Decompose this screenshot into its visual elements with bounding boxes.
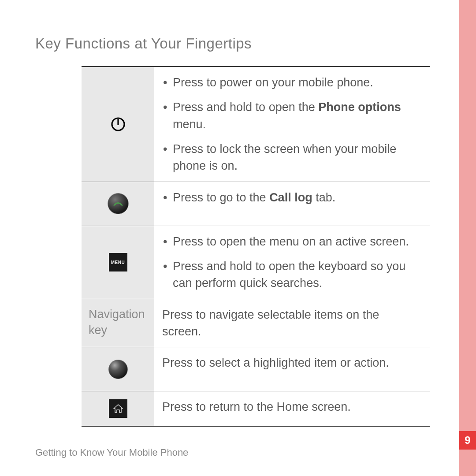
desc-text: Press to select a highlighted item or ac… — [162, 356, 389, 369]
power-key-description: Press to power on your mobile phone. Pre… — [154, 67, 430, 182]
list-item: Press to lock the screen when your mobil… — [173, 141, 421, 175]
table-row: Press to return to the Home screen. — [82, 391, 430, 426]
list-item: Press to go to the Call log tab. — [173, 189, 421, 206]
power-key-cell — [82, 67, 154, 182]
list-item: Press to open the menu on an active scre… — [173, 233, 421, 250]
home-icon — [109, 399, 127, 418]
list-item: Press and hold to open the Phone options… — [173, 99, 421, 133]
page-content: Key Functions at Your Fingertips Press t… — [0, 0, 476, 427]
select-key-description: Press to select a highlighted item or ac… — [154, 347, 430, 391]
key-functions-table: Press to power on your mobile phone. Pre… — [82, 66, 430, 427]
call-icon — [108, 193, 129, 214]
side-tab-bar — [459, 0, 476, 476]
menu-key-cell: MENU — [82, 226, 154, 299]
table-row: Navigation key Press to navigate selecta… — [82, 299, 430, 348]
list-item: Press to power on your mobile phone. — [173, 74, 421, 91]
trackball-icon — [108, 360, 128, 379]
navigation-key-cell: Navigation key — [82, 299, 154, 347]
desc-text: Press to return to the Home screen. — [162, 400, 351, 413]
navigation-key-description: Press to navigate selectable items on th… — [154, 299, 430, 347]
table-row: Press to power on your mobile phone. Pre… — [82, 67, 430, 182]
list-item: Press and hold to open the keyboard so y… — [173, 258, 421, 292]
menu-icon: MENU — [109, 253, 127, 271]
call-key-description: Press to go to the Call log tab. — [154, 182, 430, 226]
footer-text: Getting to Know Your Mobile Phone — [35, 447, 188, 458]
desc-text: Press to navigate selectable items on th… — [162, 308, 379, 338]
home-key-cell — [82, 391, 154, 426]
page-number: 9 — [459, 431, 476, 450]
page-title: Key Functions at Your Fingertips — [35, 35, 445, 52]
power-icon — [110, 116, 126, 132]
select-key-cell — [82, 347, 154, 391]
call-key-cell — [82, 182, 154, 226]
table-row: MENU Press to open the menu on an active… — [82, 226, 430, 299]
table-row: Press to go to the Call log tab. — [82, 182, 430, 226]
menu-icon-label: MENU — [111, 260, 125, 265]
menu-key-description: Press to open the menu on an active scre… — [154, 226, 430, 299]
table-row: Press to select a highlighted item or ac… — [82, 347, 430, 391]
navigation-key-label: Navigation key — [82, 299, 154, 338]
home-key-description: Press to return to the Home screen. — [154, 391, 430, 426]
